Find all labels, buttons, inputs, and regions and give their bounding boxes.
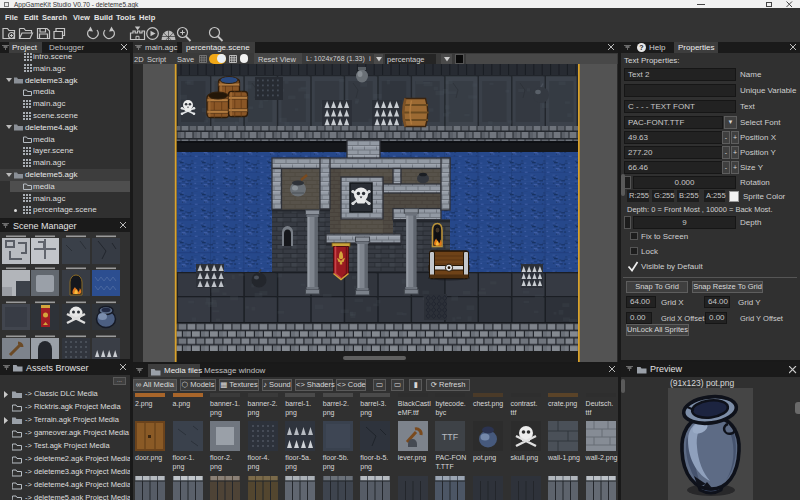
svg-text:TTF: TTF xyxy=(442,432,459,442)
